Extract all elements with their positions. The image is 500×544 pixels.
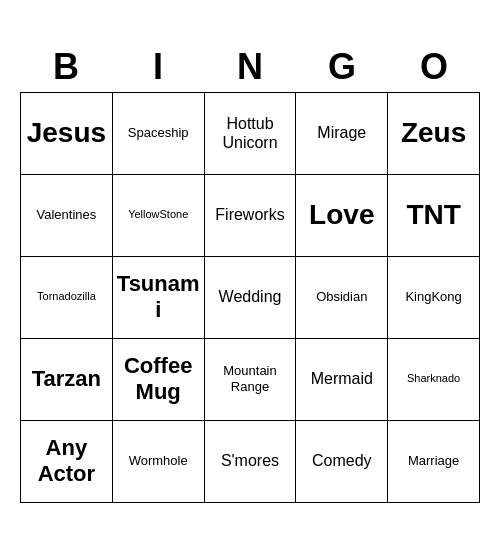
cell-text-r0-c2: HottubUnicorn (222, 114, 277, 152)
cell-text-r3-c3: Mermaid (311, 369, 373, 388)
header-letter-B: B (20, 42, 112, 92)
cell-r3-c1: CoffeeMug (113, 339, 205, 421)
cell-r2-c3: Obsidian (296, 257, 388, 339)
cell-r2-c4: KingKong (388, 257, 480, 339)
cell-r2-c1: Tsunami (113, 257, 205, 339)
cell-r3-c4: Sharknado (388, 339, 480, 421)
cell-text-r2-c0: Tornadozilla (37, 290, 96, 303)
cell-r0-c0: Jesus (21, 93, 113, 175)
cell-text-r4-c4: Marriage (408, 453, 459, 469)
cell-text-r2-c4: KingKong (405, 289, 461, 305)
cell-r2-c2: Wedding (205, 257, 297, 339)
bingo-grid: JesusSpaceshipHottubUnicornMirageZeusVal… (20, 92, 480, 503)
cell-r4-c3: Comedy (296, 421, 388, 503)
cell-text-r0-c0: Jesus (27, 116, 106, 150)
cell-text-r4-c2: S'mores (221, 451, 279, 470)
cell-text-r4-c3: Comedy (312, 451, 372, 470)
cell-text-r0-c3: Mirage (317, 123, 366, 142)
cell-text-r2-c2: Wedding (219, 287, 282, 306)
cell-text-r1-c1: YellowStone (128, 208, 188, 221)
cell-r0-c4: Zeus (388, 93, 480, 175)
bingo-header: BINGO (20, 42, 480, 92)
cell-r4-c4: Marriage (388, 421, 480, 503)
cell-r3-c0: Tarzan (21, 339, 113, 421)
cell-text-r3-c4: Sharknado (407, 372, 460, 385)
bingo-card: BINGO JesusSpaceshipHottubUnicornMirageZ… (20, 42, 480, 503)
cell-r4-c1: Wormhole (113, 421, 205, 503)
cell-text-r4-c0: AnyActor (38, 435, 95, 488)
cell-text-r0-c4: Zeus (401, 116, 466, 150)
header-letter-N: N (204, 42, 296, 92)
cell-text-r4-c1: Wormhole (129, 453, 188, 469)
cell-text-r3-c1: CoffeeMug (124, 353, 192, 406)
cell-r1-c4: TNT (388, 175, 480, 257)
cell-r0-c1: Spaceship (113, 93, 205, 175)
header-letter-G: G (296, 42, 388, 92)
cell-r4-c2: S'mores (205, 421, 297, 503)
cell-r4-c0: AnyActor (21, 421, 113, 503)
cell-text-r1-c3: Love (309, 198, 374, 232)
cell-text-r2-c3: Obsidian (316, 289, 367, 305)
header-letter-O: O (388, 42, 480, 92)
cell-text-r3-c0: Tarzan (32, 366, 101, 392)
cell-r1-c0: Valentines (21, 175, 113, 257)
cell-text-r2-c1: Tsunami (117, 271, 200, 324)
cell-text-r1-c2: Fireworks (215, 205, 284, 224)
cell-text-r1-c4: TNT (406, 198, 460, 232)
cell-r0-c2: HottubUnicorn (205, 93, 297, 175)
cell-r0-c3: Mirage (296, 93, 388, 175)
cell-text-r1-c0: Valentines (37, 207, 97, 223)
cell-r1-c3: Love (296, 175, 388, 257)
header-letter-I: I (112, 42, 204, 92)
cell-r3-c3: Mermaid (296, 339, 388, 421)
cell-r2-c0: Tornadozilla (21, 257, 113, 339)
cell-text-r3-c2: MountainRange (223, 363, 276, 394)
cell-r1-c2: Fireworks (205, 175, 297, 257)
cell-r3-c2: MountainRange (205, 339, 297, 421)
cell-text-r0-c1: Spaceship (128, 125, 189, 141)
cell-r1-c1: YellowStone (113, 175, 205, 257)
